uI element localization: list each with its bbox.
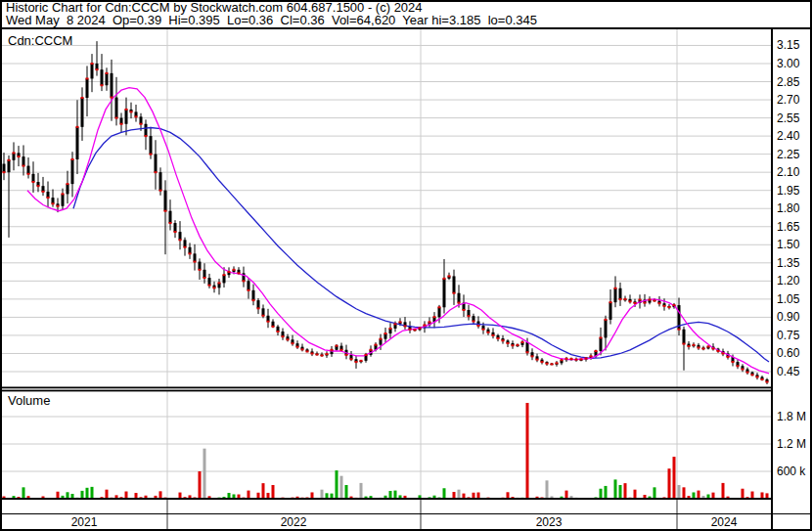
year-axis-label: 2024: [704, 515, 744, 529]
price-axis-label: 1.05: [777, 292, 799, 306]
price-axis-label: 2.55: [777, 111, 799, 125]
price-axis-label: 3.00: [777, 57, 799, 70]
volume-axis-label: 1.2 M: [777, 437, 806, 451]
price-axis-label: 2.25: [777, 148, 799, 161]
year-axis-label: 2023: [529, 515, 568, 529]
price-axis-label: 2.40: [777, 129, 799, 143]
price-axis-label: 3.15: [777, 38, 799, 52]
price-axis-label: 2.85: [777, 75, 799, 89]
price-axis-label: 0.45: [777, 365, 799, 378]
volume-axis-label: 1.8 M: [777, 410, 806, 423]
volume-pane-label: Volume: [8, 393, 50, 408]
volume-axis-label: 600 k: [777, 465, 805, 478]
price-axis-label: 0.75: [777, 329, 799, 342]
price-axis-label: 1.95: [777, 184, 799, 198]
price-axis-label: 1.65: [777, 220, 799, 234]
price-axis-label: 1.50: [777, 238, 799, 251]
price-axis-label: 1.20: [777, 274, 799, 288]
year-axis-label: 2021: [65, 515, 104, 529]
price-axis-label: 2.10: [777, 165, 799, 179]
year-axis-label: 2022: [274, 515, 313, 529]
quote-summary-line: Wed May 8 2024 Op=0.39 Hi=0.395 Lo=0.36 …: [6, 14, 537, 27]
price-axis-label: 0.90: [777, 310, 799, 324]
symbol-label: Cdn:CCCM: [8, 33, 72, 48]
price-axis-label: 0.60: [777, 346, 799, 360]
price-axis-label: 1.35: [777, 256, 799, 270]
price-axis-label: 1.80: [777, 201, 799, 215]
stock-chart-window: Historic Chart for Cdn:CCCM by Stockwatc…: [0, 0, 812, 531]
price-axis-label: 2.70: [777, 93, 799, 107]
chart-header: Historic Chart for Cdn:CCCM by Stockwatc…: [0, 0, 812, 29]
chart-canvas: [0, 0, 812, 531]
